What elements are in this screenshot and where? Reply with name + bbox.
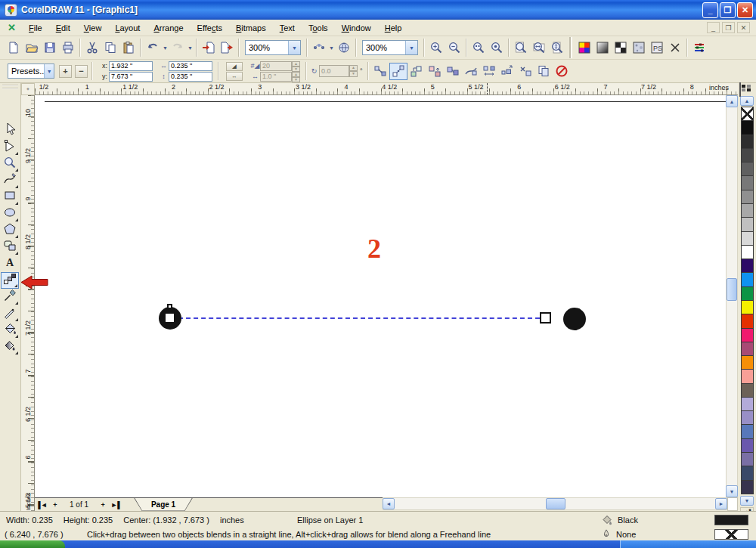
menu-bitmaps[interactable]: Bitmaps: [229, 21, 273, 35]
vertical-ruler[interactable]: Inches 109 1/298 1/287 1/276 1/265 1/2: [21, 95, 35, 511]
texture-fill-button[interactable]: [630, 39, 648, 57]
zoom-toolbar-combo[interactable]: 300% ▼: [362, 40, 418, 55]
eyedropper-tool[interactable]: [1, 289, 19, 305]
pick-tool[interactable]: [1, 122, 19, 139]
menu-tools[interactable]: Tools: [302, 21, 335, 35]
color-swatch[interactable]: [741, 342, 754, 356]
scroll-right-button[interactable]: ►: [715, 498, 727, 509]
color-swatch[interactable]: [741, 259, 754, 273]
horizontal-ruler[interactable]: inches 1/211 1/222 1/233 1/244 1/255 1/2…: [35, 83, 738, 95]
fountain-fill-button[interactable]: [593, 39, 612, 57]
scroll-down-button[interactable]: ▼: [726, 485, 738, 497]
close-button[interactable]: ✕: [737, 2, 753, 18]
color-swatch[interactable]: [741, 162, 754, 176]
color-swatch[interactable]: [741, 328, 754, 342]
menu-view[interactable]: View: [77, 21, 109, 35]
zoom-to-all-button[interactable]: [488, 39, 506, 57]
scroll-up-button[interactable]: ▲: [726, 95, 738, 107]
path-properties-button[interactable]: [462, 63, 480, 80]
menu-layout[interactable]: Layout: [108, 21, 147, 35]
steps-toggle-button[interactable]: ◢: [226, 62, 243, 71]
zoom-in-button[interactable]: [427, 39, 445, 57]
steps-spinner[interactable]: ▲▼: [292, 61, 300, 71]
direction-spinner[interactable]: ▲▼: [349, 65, 358, 77]
zoom-to-selected-button[interactable]: [469, 39, 488, 57]
import-button[interactable]: [200, 39, 218, 57]
no-fill-button[interactable]: [666, 39, 684, 57]
add-page-after-button[interactable]: +: [98, 500, 108, 510]
child-restore-button[interactable]: ❐: [722, 22, 735, 33]
map-nodes-button[interactable]: [371, 63, 389, 80]
copy-blend-properties-button[interactable]: [534, 63, 553, 80]
interactive-blend-tool[interactable]: [1, 272, 19, 289]
miscellaneous-options-button[interactable]: [516, 63, 534, 80]
menu-file[interactable]: File: [22, 21, 49, 35]
color-swatch[interactable]: [741, 383, 754, 398]
fill-tool[interactable]: [1, 322, 19, 339]
clear-blend-button[interactable]: [553, 63, 571, 80]
chevron-down-icon[interactable]: ▼: [187, 45, 194, 51]
spacing-spinner[interactable]: ▲▼: [292, 72, 300, 82]
cut-button[interactable]: [83, 39, 101, 57]
fuse-start-button[interactable]: [407, 63, 426, 80]
restore-button[interactable]: ❐: [720, 2, 736, 18]
color-swatch[interactable]: [741, 452, 754, 466]
zoom-to-page-button[interactable]: [512, 39, 530, 57]
color-swatch[interactable]: [741, 355, 754, 370]
pattern-fill-button[interactable]: [612, 39, 630, 57]
minimize-button[interactable]: _: [702, 2, 718, 18]
object-y-field[interactable]: 7.673 ": [109, 72, 153, 82]
add-page-before-button[interactable]: +: [50, 500, 60, 510]
menu-window[interactable]: Window: [335, 21, 378, 35]
graphics-community-button[interactable]: [335, 39, 353, 57]
polygon-tool[interactable]: [1, 222, 19, 239]
color-swatch[interactable]: [741, 397, 754, 411]
menu-arrange[interactable]: Arrange: [147, 21, 190, 35]
rectangle-tool[interactable]: [1, 189, 19, 206]
color-swatch[interactable]: [741, 424, 754, 438]
shape-tool[interactable]: [1, 139, 19, 156]
color-swatch[interactable]: [741, 314, 754, 328]
color-swatch[interactable]: [741, 438, 754, 453]
blend-end-node[interactable]: [540, 312, 551, 324]
scroll-left-button[interactable]: ◄: [383, 498, 395, 509]
horizontal-scroll-thumb[interactable]: [546, 498, 565, 509]
color-swatch[interactable]: [741, 148, 754, 163]
color-swatch[interactable]: [741, 175, 754, 190]
basic-shapes-tool[interactable]: [1, 239, 19, 255]
palette-scroll-down-button[interactable]: ▼: [740, 496, 754, 506]
blend-steps-field[interactable]: 20: [260, 61, 292, 71]
color-swatch[interactable]: [741, 369, 754, 383]
color-swatch[interactable]: [741, 203, 754, 218]
zoom-tool[interactable]: [1, 156, 19, 172]
blend-start-handle[interactable]: [167, 304, 172, 309]
export-button[interactable]: [218, 39, 236, 57]
fill-color-button[interactable]: [575, 39, 593, 57]
chevron-down-icon[interactable]: ▼: [288, 41, 300, 54]
accelerate-sizing-button[interactable]: [498, 63, 516, 80]
open-button[interactable]: [23, 39, 41, 57]
zoom-out-button[interactable]: [445, 39, 463, 57]
menu-text[interactable]: Text: [273, 21, 302, 35]
vertical-scroll-thumb[interactable]: [727, 278, 737, 301]
text-tool[interactable]: A: [1, 255, 19, 272]
copy-button[interactable]: [101, 39, 119, 57]
remove-preset-button[interactable]: −: [75, 65, 88, 78]
drawing-canvas[interactable]: 2: [35, 95, 726, 497]
color-swatch[interactable]: [741, 272, 754, 286]
blend-direction-field[interactable]: 0.0: [319, 65, 349, 77]
print-button[interactable]: [59, 39, 77, 57]
start-button[interactable]: [0, 540, 65, 548]
menu-effects[interactable]: Effects: [191, 21, 229, 35]
options-button[interactable]: [690, 39, 708, 57]
color-swatch[interactable]: [741, 231, 754, 246]
menu-help[interactable]: Help: [378, 21, 409, 35]
object-color-acceleration-button[interactable]: [480, 63, 498, 80]
first-page-button[interactable]: ▐◄: [36, 500, 47, 510]
split-blend-button[interactable]: [389, 63, 407, 80]
outline-tool[interactable]: [1, 305, 19, 322]
chevron-down-icon[interactable]: ▼: [162, 45, 169, 51]
palette-options-icon[interactable]: [739, 82, 741, 97]
child-close-button[interactable]: ✕: [737, 22, 750, 33]
color-swatch[interactable]: [741, 217, 754, 231]
